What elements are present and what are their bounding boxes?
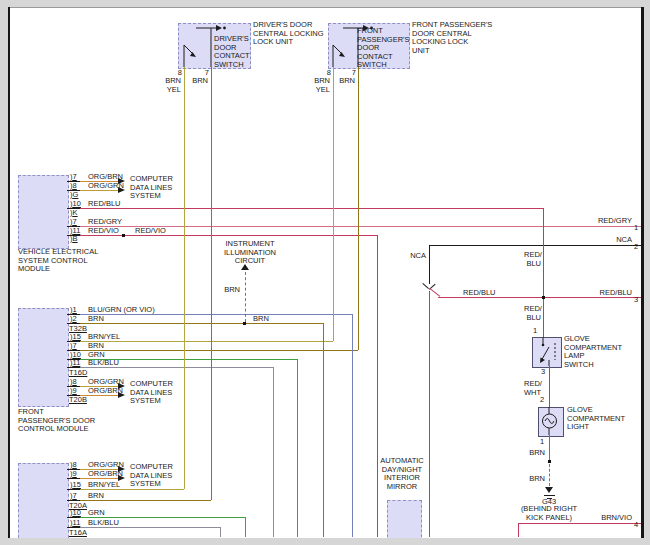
pin-stub xyxy=(67,395,80,396)
wire-redblu xyxy=(80,208,543,209)
wire-brnvio xyxy=(518,523,641,524)
ground-icon xyxy=(544,495,555,496)
pin-stub xyxy=(67,517,80,518)
wire-blugrn xyxy=(80,314,352,315)
wire-brn-dashed xyxy=(245,272,246,322)
window-margin xyxy=(644,0,650,545)
pin-stub xyxy=(67,500,80,501)
wire-grn xyxy=(297,359,298,537)
switch-symbol xyxy=(328,23,408,67)
splice-dot xyxy=(243,322,246,325)
wire-grn xyxy=(80,517,245,518)
pin-stub xyxy=(67,314,80,315)
pin-stub xyxy=(67,181,80,182)
splice-dot xyxy=(542,296,545,299)
pin-stub xyxy=(67,367,80,368)
pin-stub xyxy=(67,323,80,324)
wire-redgry xyxy=(80,226,641,227)
wire-brnyel xyxy=(333,67,334,341)
page-left-border xyxy=(8,7,10,538)
wire-brn xyxy=(80,350,358,351)
wire-blkblu xyxy=(273,367,274,537)
data-line-arrow-icon xyxy=(118,383,125,389)
wire-brn xyxy=(358,67,359,350)
front-passenger-door-control-module-box xyxy=(18,308,69,407)
wire-brn xyxy=(80,500,211,501)
window-margin xyxy=(0,0,8,545)
pin-stub xyxy=(67,359,80,360)
splice-dot xyxy=(548,460,551,463)
wire-brn xyxy=(323,323,324,537)
wire-redvio xyxy=(377,235,378,537)
data-line-arrow-icon xyxy=(118,392,125,398)
lamp-symbol xyxy=(538,407,562,435)
pin-stub xyxy=(67,489,80,490)
data-line-arrow-icon xyxy=(118,187,125,193)
wire-brnyel xyxy=(80,341,333,342)
ground-icon xyxy=(547,498,552,499)
wire-red xyxy=(429,291,430,537)
wire-orgbrn xyxy=(80,478,120,479)
pin-stub xyxy=(67,350,80,351)
pin-stub xyxy=(67,190,80,191)
wire-orgbrn xyxy=(80,181,120,182)
wire-orgbrn xyxy=(80,395,120,396)
pin-stub xyxy=(67,469,80,470)
wiring-diagram-page: { "title": "Door contact switch / glove … xyxy=(0,0,650,545)
switch-symbol xyxy=(178,23,249,67)
pin-stub xyxy=(67,386,80,387)
ground-icon xyxy=(545,487,553,493)
circuit-arrow-icon xyxy=(241,264,249,270)
wire-brn xyxy=(211,67,212,500)
wire-grn xyxy=(80,359,297,360)
splice-dot xyxy=(122,234,125,237)
data-line-arrow-icon xyxy=(118,178,125,184)
vehicle-electrical-system-control-module-box xyxy=(18,175,69,249)
pin-stub xyxy=(67,235,80,236)
wire-brn xyxy=(549,435,550,461)
wire-brnyel xyxy=(184,67,185,489)
wire-blkblu xyxy=(220,527,221,537)
wire-blkblu xyxy=(80,367,273,368)
glove-switch-symbol xyxy=(532,337,560,366)
wire-blugrn xyxy=(352,314,353,537)
pin-stub xyxy=(67,226,80,227)
wire-redblu xyxy=(543,208,544,337)
wire-orggrn xyxy=(80,190,120,191)
wire-nca xyxy=(429,245,641,246)
wire-brn-dashed xyxy=(549,464,550,486)
wire-brnvio xyxy=(518,523,519,537)
data-line-arrow-icon xyxy=(118,466,125,472)
wire-blkblu xyxy=(80,527,220,528)
wire-redwht xyxy=(549,366,550,407)
pin-stub xyxy=(67,208,80,209)
wire-brnyel xyxy=(80,489,184,490)
diagram-page xyxy=(8,7,641,539)
wire-redblu xyxy=(438,297,641,298)
pin-stub xyxy=(67,527,80,528)
driver-door-control-module-box xyxy=(18,463,69,543)
data-line-arrow-icon xyxy=(118,475,125,481)
window-margin xyxy=(0,538,650,545)
wire-orggrn xyxy=(80,469,120,470)
wire-grn xyxy=(245,517,246,537)
pin-stub xyxy=(67,478,80,479)
pin-stub xyxy=(67,341,80,342)
wire-nca xyxy=(429,245,430,284)
wire-orggrn xyxy=(80,386,120,387)
wire-brn xyxy=(80,323,323,324)
window-margin xyxy=(0,0,650,7)
